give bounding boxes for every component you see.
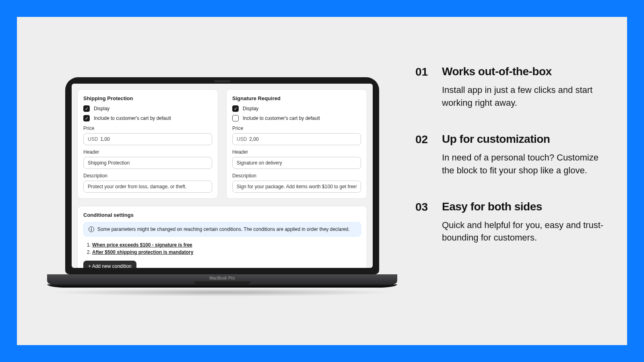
checkbox-label: Display: [243, 106, 258, 111]
signature-required-card: Signature Required Display Include to cu…: [226, 89, 367, 199]
feature-number: 01: [415, 65, 433, 109]
price-label: Price: [83, 125, 212, 131]
conditional-settings-card: Conditional settings i Some parameters m…: [77, 206, 367, 268]
laptop-shadow: [49, 288, 395, 296]
camera-notch-icon: [214, 80, 230, 82]
laptop-base: [47, 274, 397, 284]
feature-item: 02 Up for customization In need of a per…: [415, 133, 607, 177]
display-checkbox-row[interactable]: Display: [232, 105, 361, 112]
card-title: Shipping Protection: [83, 95, 212, 101]
include-default-checkbox-row[interactable]: Include to customer's cart by default: [232, 115, 361, 121]
checkbox-label: Include to customer's cart by default: [94, 115, 171, 121]
add-condition-button[interactable]: + Add new condition: [83, 261, 136, 268]
info-text: Some parameters might be changed on reac…: [97, 226, 350, 232]
price-label: Price: [232, 125, 361, 131]
header-input[interactable]: [83, 157, 212, 169]
header-input[interactable]: [232, 157, 361, 169]
header-label: Header: [232, 149, 361, 155]
settings-row: Shipping Protection Display Include to c…: [77, 89, 367, 199]
card-title: Signature Required: [232, 95, 361, 101]
laptop-area: Shipping Protection Display Include to c…: [17, 17, 403, 345]
info-banner: i Some parameters might be changed on re…: [83, 222, 361, 237]
shipping-protection-card: Shipping Protection Display Include to c…: [77, 89, 218, 199]
card-title: Conditional settings: [83, 212, 361, 218]
display-checkbox-row[interactable]: Display: [83, 105, 212, 112]
feature-body: Easy for both sides Quick and helpful fo…: [442, 200, 607, 245]
feature-description: In need of a personal touch? Customize t…: [442, 151, 607, 177]
laptop-frame: Shipping Protection Display Include to c…: [47, 77, 397, 296]
laptop-foot: [47, 284, 397, 288]
price-input[interactable]: USD 1,00: [83, 133, 212, 145]
description-label: Description: [232, 173, 361, 179]
include-default-checkbox-row[interactable]: Include to customer's cart by default: [83, 115, 212, 121]
checkbox-icon: [232, 115, 239, 121]
feature-number: 03: [415, 200, 433, 245]
condition-list: When price exceeds $100 - signature is f…: [92, 242, 361, 255]
currency-prefix: USD: [88, 136, 98, 142]
feature-description: Install app in just a few clicks and sta…: [442, 84, 607, 109]
price-value: 2,00: [249, 136, 258, 142]
condition-link[interactable]: When price exceeds $100 - signature is f…: [92, 242, 192, 248]
checkbox-icon: [83, 105, 90, 112]
feature-item: 01 Works out-of-the-box Install app in j…: [415, 65, 607, 109]
info-icon: i: [89, 226, 94, 232]
description-input[interactable]: [83, 181, 212, 193]
description-input[interactable]: [232, 181, 361, 193]
checkbox-icon: [232, 105, 239, 112]
canvas: Shipping Protection Display Include to c…: [17, 17, 627, 345]
feature-description: Quick and helpful for you, easy and trus…: [442, 219, 607, 245]
price-value: 1,00: [100, 136, 109, 142]
feature-body: Up for customization In need of a person…: [442, 133, 607, 177]
description-label: Description: [83, 173, 212, 179]
list-item: When price exceeds $100 - signature is f…: [92, 242, 361, 248]
checkbox-icon: [83, 115, 90, 121]
app-screen: Shipping Protection Display Include to c…: [72, 84, 373, 268]
features-panel: 01 Works out-of-the-box Install app in j…: [403, 17, 627, 345]
condition-link[interactable]: After $500 shipping protection is mandat…: [92, 249, 193, 255]
feature-number: 02: [415, 133, 433, 177]
feature-item: 03 Easy for both sides Quick and helpful…: [415, 200, 607, 245]
feature-title: Up for customization: [442, 133, 607, 146]
feature-title: Easy for both sides: [442, 200, 607, 213]
feature-body: Works out-of-the-box Install app in just…: [442, 65, 607, 109]
currency-prefix: USD: [237, 136, 247, 142]
laptop-lid: Shipping Protection Display Include to c…: [65, 77, 379, 274]
price-input[interactable]: USD 2,00: [232, 133, 361, 145]
checkbox-label: Include to customer's cart by default: [243, 115, 320, 121]
checkbox-label: Display: [94, 106, 109, 111]
list-item: After $500 shipping protection is mandat…: [92, 249, 361, 255]
feature-title: Works out-of-the-box: [442, 65, 607, 78]
header-label: Header: [83, 149, 212, 155]
